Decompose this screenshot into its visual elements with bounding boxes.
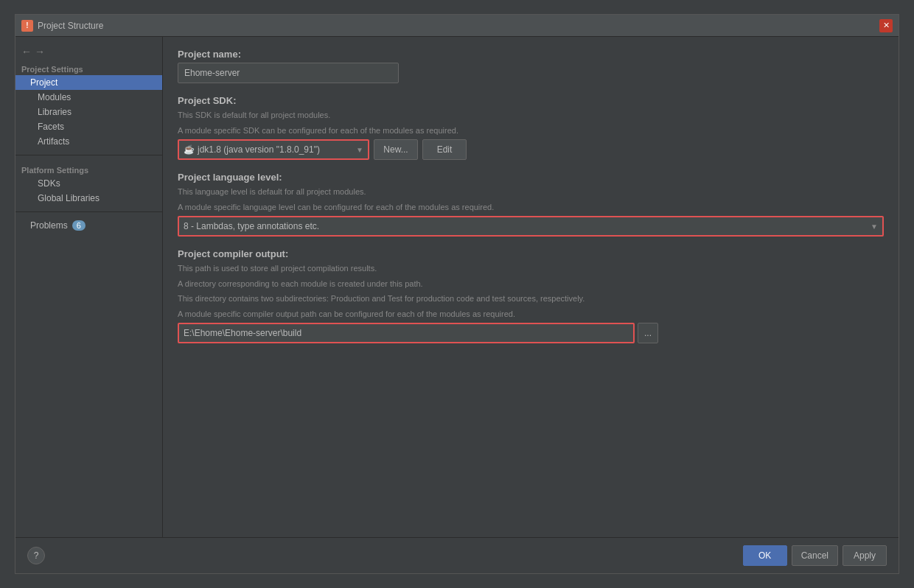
main-content: Project name: Project SDK: This SDK is d… (163, 37, 899, 537)
sidebar-item-global-libraries[interactable]: Global Libraries (15, 191, 162, 206)
project-lang-title: Project language level: (178, 172, 884, 183)
compiler-output-input[interactable] (178, 323, 635, 343)
dialog-footer: ? OK Cancel Apply (15, 537, 899, 573)
project-compiler-desc4: A module specific compiler output path c… (178, 308, 884, 321)
project-compiler-title: Project compiler output: (178, 248, 884, 259)
project-sdk-desc2: A module specific SDK can be configured … (178, 125, 884, 137)
new-sdk-button[interactable]: New... (374, 139, 418, 160)
language-level-value: 8 - Lambdas, type annotations etc. (184, 221, 868, 231)
close-button[interactable]: ✕ (879, 19, 893, 32)
dialog-icon: ! (21, 20, 33, 32)
dialog-title: Project Structure (38, 21, 879, 31)
title-bar: ! Project Structure ✕ (15, 15, 899, 37)
sdk-dropdown-arrow-icon: ▼ (356, 146, 363, 154)
sidebar-item-artifacts[interactable]: Artifacts (15, 134, 162, 149)
edit-sdk-button[interactable]: Edit (422, 139, 467, 160)
sidebar-item-libraries[interactable]: Libraries (15, 105, 162, 119)
compiler-output-row: ... (178, 323, 884, 343)
sidebar-item-modules[interactable]: Modules (15, 90, 162, 105)
problems-badge: 6 (72, 220, 86, 231)
nav-back-button[interactable]: ← (21, 46, 32, 57)
sidebar-item-sdks[interactable]: SDKs (15, 176, 162, 191)
sidebar-divider2 (15, 211, 162, 212)
project-structure-dialog: ! Project Structure ✕ ← → Project Settin… (15, 14, 899, 574)
project-sdk-desc1: This SDK is default for all project modu… (178, 109, 884, 122)
footer-help: ? (27, 547, 739, 564)
sidebar-item-project[interactable]: Project (15, 75, 162, 90)
project-name-title: Project name: (178, 49, 884, 60)
lang-dropdown-arrow-icon: ▼ (871, 223, 878, 231)
ok-button[interactable]: OK (743, 545, 787, 566)
sidebar: ← → Project Settings Project Modules Lib… (15, 37, 163, 537)
compiler-browse-button[interactable]: ... (638, 323, 658, 343)
nav-row: ← → (15, 43, 162, 60)
project-settings-label: Project Settings (15, 60, 162, 75)
nav-forward-button[interactable]: → (35, 46, 45, 57)
help-button[interactable]: ? (27, 547, 45, 564)
project-compiler-desc2: A directory corresponding to each module… (178, 278, 884, 290)
platform-settings-label: Platform Settings (15, 161, 162, 176)
sdk-value: jdk1.8 (java version "1.8.0_91") (198, 144, 353, 155)
cancel-button[interactable]: Cancel (792, 545, 838, 566)
project-compiler-desc1: This path is used to store all project c… (178, 262, 884, 275)
problems-label: Problems (30, 220, 68, 231)
project-compiler-desc3: This directory contains two subdirectori… (178, 293, 884, 305)
sdk-dropdown[interactable]: ☕ jdk1.8 (java version "1.8.0_91") ▼ (178, 139, 369, 160)
project-lang-desc2: A module specific language level can be … (178, 201, 884, 214)
project-sdk-title: Project SDK: (178, 95, 884, 106)
apply-button[interactable]: Apply (843, 545, 887, 566)
project-lang-desc1: This language level is default for all p… (178, 186, 884, 198)
sidebar-item-facets[interactable]: Facets (15, 119, 162, 134)
sidebar-divider (15, 155, 162, 155)
language-level-dropdown[interactable]: 8 - Lambdas, type annotations etc. ▼ (178, 216, 884, 237)
dialog-body: ← → Project Settings Project Modules Lib… (15, 37, 899, 537)
sdk-row: ☕ jdk1.8 (java version "1.8.0_91") ▼ New… (178, 139, 884, 160)
sidebar-item-problems[interactable]: Problems 6 (15, 218, 162, 233)
sdk-icon: ☕ (184, 144, 195, 155)
project-name-input[interactable] (178, 63, 399, 83)
